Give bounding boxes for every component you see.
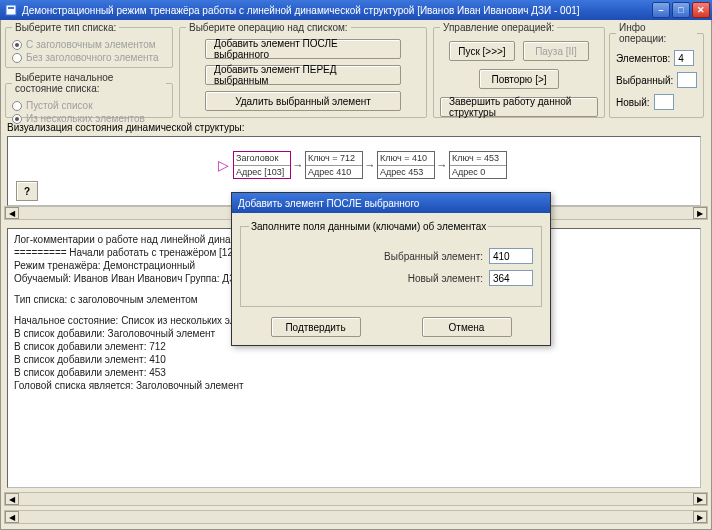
finish-structure-button[interactable]: Завершить работу данной структуры — [440, 97, 598, 117]
dialog-title: Добавить элемент ПОСЛЕ выбранного — [238, 198, 419, 209]
group-operations-legend: Выберите операцию над списком: — [186, 22, 351, 33]
label-elements: Элементов: — [616, 53, 670, 64]
visualization-legend: Визуализация состояния динамической стру… — [7, 122, 244, 133]
arrow-icon: → — [291, 159, 305, 171]
scroll-left-button[interactable]: ◀ — [5, 207, 19, 219]
group-initial-state-legend: Выберите начальное состояние списка: — [12, 72, 166, 94]
node-header[interactable]: Заголовок Адрес [103] — [233, 151, 291, 179]
scroll-right-button[interactable]: ▶ — [693, 207, 707, 219]
group-initial-state: Выберите начальное состояние списка: Пус… — [5, 72, 173, 118]
group-list-type: Выберите тип списка: С заголовочным элем… — [5, 22, 173, 68]
add-before-button[interactable]: Добавить элемент ПЕРЕД выбранным — [205, 65, 401, 85]
help-button[interactable]: ? — [16, 181, 38, 201]
radio-dot-icon — [12, 53, 22, 63]
pause-button[interactable]: Пауза [II] — [523, 41, 589, 61]
svg-rect-0 — [6, 5, 16, 15]
svg-rect-1 — [8, 7, 14, 9]
dialog-group-legend: Заполните поля данными (ключами) об элем… — [249, 221, 488, 232]
window-title: Демонстрационный режим тренажёра работы … — [22, 5, 652, 16]
scroll-left-button[interactable]: ◀ — [5, 511, 19, 523]
client-area: Выберите тип списка: С заголовочным элем… — [0, 20, 712, 530]
confirm-button[interactable]: Подтвердить — [271, 317, 361, 337]
input-chosen-element[interactable]: 410 — [489, 248, 533, 264]
radio-with-header: С заголовочным элементом — [12, 39, 166, 50]
delete-selected-button[interactable]: Удалить выбранный элемент — [205, 91, 401, 111]
cancel-button[interactable]: Отмена — [422, 317, 512, 337]
group-list-type-legend: Выберите тип списка: — [12, 22, 119, 33]
input-new-element[interactable]: 364 — [489, 270, 533, 286]
label-new-element: Новый элемент: — [408, 273, 483, 284]
app-icon — [4, 3, 18, 17]
window-scrollbar[interactable]: ◀ ▶ — [4, 510, 708, 524]
repeat-button[interactable]: Повторю [>] — [479, 69, 559, 89]
group-operations: Выберите операцию над списком: Добавить … — [179, 22, 427, 118]
node-item[interactable]: Ключ = 453 Адрес 0 — [449, 151, 507, 179]
scroll-left-button[interactable]: ◀ — [5, 493, 19, 505]
label-chosen: Выбранный: — [616, 75, 673, 86]
close-button[interactable]: ✕ — [692, 2, 710, 18]
add-element-dialog: Добавить элемент ПОСЛЕ выбранного Заполн… — [231, 192, 551, 346]
label-chosen-element: Выбранный элемент: — [384, 251, 483, 262]
add-after-button[interactable]: Добавить элемент ПОСЛЕ выбранного — [205, 39, 401, 59]
scroll-right-button[interactable]: ▶ — [693, 493, 707, 505]
start-button[interactable]: Пуск [>>>] — [449, 41, 515, 61]
node-item[interactable]: Ключ = 712 Адрес 410 — [305, 151, 363, 179]
dialog-titlebar[interactable]: Добавить элемент ПОСЛЕ выбранного — [232, 193, 550, 213]
value-chosen — [677, 72, 697, 88]
group-info-legend: Инфо операции: — [616, 22, 697, 44]
label-new: Новый: — [616, 97, 650, 108]
log-scrollbar[interactable]: ◀ ▶ — [4, 492, 708, 506]
pointer-start-icon: ▷ — [218, 157, 229, 173]
radio-without-header: Без заголовочного элемента — [12, 52, 166, 63]
radio-dot-icon — [12, 40, 22, 50]
maximize-button[interactable]: □ — [672, 2, 690, 18]
arrow-icon: → — [435, 159, 449, 171]
scroll-right-button[interactable]: ▶ — [693, 511, 707, 523]
node-item[interactable]: Ключ = 410 Адрес 453 — [377, 151, 435, 179]
window-titlebar: Демонстрационный режим тренажёра работы … — [0, 0, 712, 20]
arrow-icon: → — [363, 159, 377, 171]
radio-empty-list: Пустой список — [12, 100, 166, 111]
group-control: Управление операцией: Пуск [>>>] Пауза [… — [433, 22, 605, 118]
group-info: Инфо операции: Элементов: 4 Выбранный: Н… — [609, 22, 704, 118]
minimize-button[interactable]: – — [652, 2, 670, 18]
group-control-legend: Управление операцией: — [440, 22, 557, 33]
value-new — [654, 94, 674, 110]
dialog-input-group: Заполните поля данными (ключами) об элем… — [240, 221, 542, 307]
value-elements: 4 — [674, 50, 694, 66]
radio-dot-icon — [12, 101, 22, 111]
